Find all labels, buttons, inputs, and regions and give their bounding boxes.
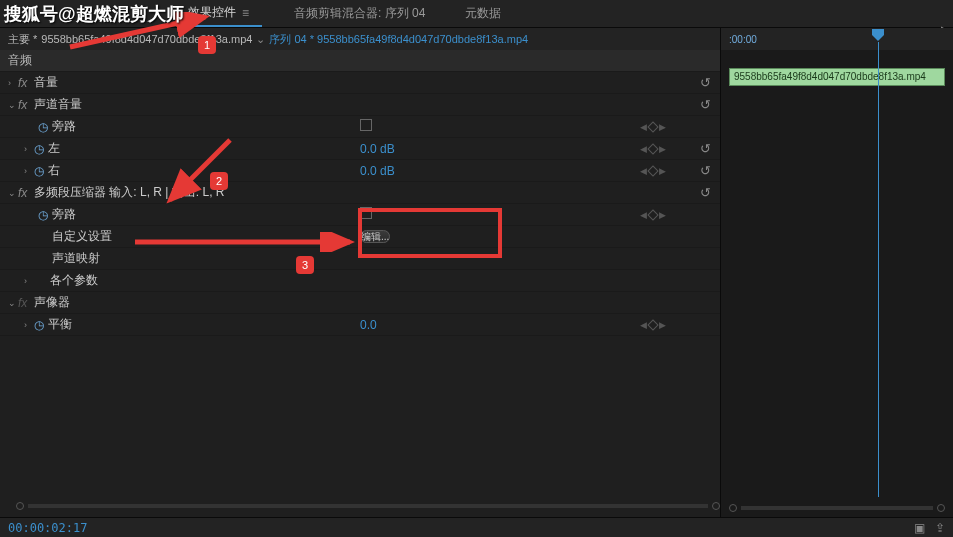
ruler-tick: :00:00 [729,34,757,45]
timeline-ruler[interactable]: :00:00 [721,28,953,50]
value[interactable]: 0.0 dB [360,142,395,156]
reset-icon[interactable]: ↺ [700,185,711,200]
disclosure-icon[interactable]: ⌄ [8,298,18,308]
value[interactable]: 0.0 dB [360,164,395,178]
panel-scrollbar[interactable] [8,503,728,513]
bypass-row[interactable]: ◷ 旁路 ◀ ▶ [0,116,720,138]
scroll-handle-right[interactable] [712,502,720,510]
prop-label: 音量 [34,74,58,91]
scroll-track[interactable] [741,506,933,510]
prop-label: 自定义设置 [52,228,112,245]
source-prefix: 主要 * [8,32,37,47]
tab-audio-mixer[interactable]: 音频剪辑混合器: 序列 04 [286,1,433,26]
disclosure-icon[interactable]: › [24,144,34,154]
tab-label: 效果控件 [188,4,236,21]
keyframe-nav[interactable]: ◀ ▶ [640,122,666,132]
stopwatch-icon[interactable]: ◷ [34,318,48,332]
prop-label: 左 [48,140,60,157]
effect-controls-panel: 主要 * 9558bb65fa49f8d4d047d70dbde8f13a.mp… [0,28,720,517]
reset-icon[interactable]: ↺ [700,141,711,156]
prop-label: 声道映射 [52,250,100,267]
panner-row[interactable]: ⌄ fx 声像器 [0,292,720,314]
prop-label: 平衡 [48,316,72,333]
playhead-icon[interactable] [871,28,885,42]
disclosure-icon[interactable]: › [24,320,34,330]
tool-icon[interactable]: ▣ [914,521,925,535]
timeline-scrollbar[interactable] [729,503,945,513]
audio-section-header: 音频 [0,50,720,72]
tab-effect-controls[interactable]: 效果控件 [180,0,262,27]
fx-badge: fx [18,98,34,112]
playhead-line [878,42,879,497]
channel-volume-row[interactable]: ⌄ fx 声道音量 ↺ [0,94,720,116]
balance-row[interactable]: › ◷ 平衡 0.0 ◀ ▶ [0,314,720,336]
bypass-checkbox[interactable] [360,207,372,219]
export-icon[interactable]: ⇪ [935,521,945,535]
reset-icon[interactable]: ↺ [700,97,711,112]
scroll-handle-left[interactable] [16,502,24,510]
prop-label: 旁路 [52,206,76,223]
each-param-row[interactable]: › 各个参数 [0,270,720,292]
timecode[interactable]: 00:00:02:17 [8,521,87,535]
tab-metadata[interactable]: 元数据 [457,1,509,26]
prop-label: 多频段压缩器 输入: L, R | 输出: L, R [34,184,224,201]
section-label: 音频 [8,52,32,69]
reset-icon[interactable]: ↺ [700,75,711,90]
channel-map-row[interactable]: 声道映射 [0,248,720,270]
prop-label: 声像器 [34,294,70,311]
keyframe-nav[interactable]: ◀ ▶ [640,144,666,154]
scroll-track[interactable] [28,504,708,508]
prop-label: 各个参数 [50,272,98,289]
source-clip-name: 9558bb65fa49f8d4d047d70dbde8f13a.mp4 [41,33,252,45]
right-channel-row[interactable]: › ◷ 右 0.0 dB ◀ ▶ ↺ [0,160,720,182]
left-channel-row[interactable]: › ◷ 左 0.0 dB ◀ ▶ ↺ [0,138,720,160]
stopwatch-icon[interactable]: ◷ [34,164,48,178]
multiband-row[interactable]: ⌄ fx 多频段压缩器 输入: L, R | 输出: L, R ↺ [0,182,720,204]
bypass-checkbox[interactable] [360,119,372,131]
fx-badge: fx [18,296,34,310]
scroll-handle-right[interactable] [937,504,945,512]
stopwatch-icon[interactable]: ◷ [38,208,52,222]
disclosure-icon[interactable]: ⌄ [8,100,18,110]
volume-row[interactable]: › fx 音量 ↺ [0,72,720,94]
annotation-badge-3: 3 [296,256,314,274]
mini-timeline-panel: :00:00 9558bb65fa49f8d4d047d70dbde8f13a.… [720,28,953,517]
panel-menu-icon[interactable] [242,6,254,20]
prop-label: 右 [48,162,60,179]
chevron-down-icon[interactable]: ⌄ [256,33,265,46]
status-bar: 00:00:02:17 ▣ ⇪ [0,517,953,537]
source-path-bar: 主要 * 9558bb65fa49f8d4d047d70dbde8f13a.mp… [0,28,720,50]
annotation-badge-2: 2 [210,172,228,190]
disclosure-icon[interactable]: ⌄ [8,188,18,198]
stopwatch-icon[interactable]: ◷ [38,120,52,134]
multiband-bypass-row[interactable]: ◷ 旁路 ◀ ▶ [0,204,720,226]
annotation-badge-1: 1 [198,36,216,54]
stopwatch-icon[interactable]: ◷ [34,142,48,156]
edit-button[interactable]: 编辑... [360,230,390,243]
prop-label: 旁路 [52,118,76,135]
disclosure-icon[interactable]: › [24,166,34,176]
watermark-text: 搜狐号@超燃混剪大师 [4,2,184,26]
scroll-handle-left[interactable] [729,504,737,512]
fx-badge: fx [18,76,34,90]
timeline-clip[interactable]: 9558bb65fa49f8d4d047d70dbde8f13a.mp4 [729,68,945,86]
reset-icon[interactable]: ↺ [700,163,711,178]
prop-label: 声道音量 [34,96,82,113]
custom-setup-row[interactable]: 自定义设置 编辑... [0,226,720,248]
value[interactable]: 0.0 [360,318,377,332]
disclosure-icon[interactable]: › [8,78,18,88]
disclosure-icon[interactable]: › [24,276,34,286]
keyframe-nav[interactable]: ◀ ▶ [640,166,666,176]
keyframe-nav[interactable]: ◀ ▶ [640,210,666,220]
linked-sequence[interactable]: 序列 04 * 9558bb65fa49f8d4d047d70dbde8f13a… [269,32,528,47]
fx-badge: fx [18,186,34,200]
keyframe-nav[interactable]: ◀ ▶ [640,320,666,330]
